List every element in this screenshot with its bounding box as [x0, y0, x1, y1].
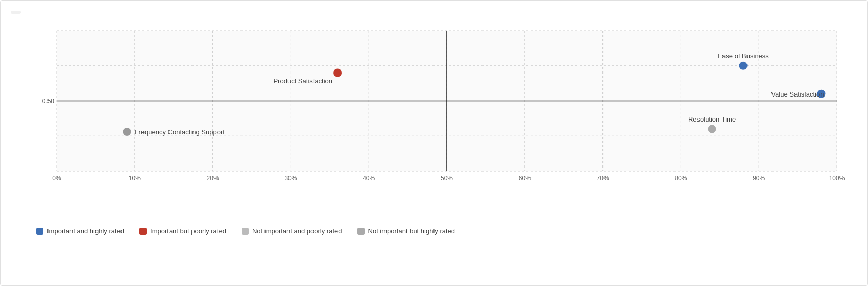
legend-dot-important-poorly — [139, 228, 147, 235]
chart-area: 0%10%20%30%40%50%60%70%80%90%100%0.50Pro… — [11, 18, 852, 222]
record-badge — [11, 11, 21, 14]
data-point-product-satisfaction[interactable] — [333, 69, 342, 77]
svg-text:50%: 50% — [441, 175, 453, 182]
legend-label-not-important-poorly: Not important and poorly rated — [252, 227, 342, 235]
data-point-label-value-satisfaction: Value Satisfaction — [771, 90, 824, 98]
svg-text:40%: 40% — [363, 175, 375, 182]
data-point-label-frequency-contacting-support: Frequency Contacting Support — [135, 128, 225, 136]
legend-item-not-important-highly: Not important but highly rated — [357, 227, 455, 235]
svg-text:0.50: 0.50 — [42, 98, 55, 105]
legend-item-important-poorly: Important but poorly rated — [139, 227, 226, 235]
data-point-ease-of-business[interactable] — [739, 62, 748, 70]
data-point-label-product-satisfaction: Product Satisfaction — [273, 77, 332, 85]
svg-text:100%: 100% — [829, 175, 845, 182]
legend-dot-not-important-highly — [357, 228, 365, 235]
svg-text:10%: 10% — [129, 175, 141, 182]
svg-text:60%: 60% — [519, 175, 531, 182]
legend-label-important-highly: Important and highly rated — [47, 227, 124, 235]
svg-text:0%: 0% — [52, 175, 61, 182]
legend-dot-important-highly — [36, 228, 43, 235]
legend-item-important-highly: Important and highly rated — [36, 227, 124, 235]
top-bar — [11, 11, 852, 14]
data-point-resolution-time[interactable] — [708, 125, 716, 133]
inner-chart: 0%10%20%30%40%50%60%70%80%90%100%0.50Pro… — [36, 23, 842, 192]
data-point-frequency-contacting-support[interactable] — [123, 128, 131, 136]
scatter-plot-svg: 0%10%20%30%40%50%60%70%80%90%100%0.50Pro… — [36, 23, 842, 192]
svg-text:20%: 20% — [207, 175, 219, 182]
svg-text:30%: 30% — [284, 175, 297, 182]
legend: Important and highly ratedImportant but … — [36, 227, 852, 235]
data-point-label-ease-of-business: Ease of Business — [717, 52, 769, 60]
svg-text:70%: 70% — [597, 175, 609, 182]
legend-label-not-important-highly: Not important but highly rated — [368, 227, 455, 235]
svg-text:90%: 90% — [753, 175, 765, 182]
legend-label-important-poorly: Important but poorly rated — [150, 227, 226, 235]
svg-text:80%: 80% — [674, 175, 687, 182]
chart-container: 0%10%20%30%40%50%60%70%80%90%100%0.50Pro… — [0, 0, 868, 286]
data-point-label-resolution-time: Resolution Time — [688, 115, 736, 123]
legend-item-not-important-poorly: Not important and poorly rated — [242, 227, 342, 235]
legend-dot-not-important-poorly — [242, 228, 249, 235]
